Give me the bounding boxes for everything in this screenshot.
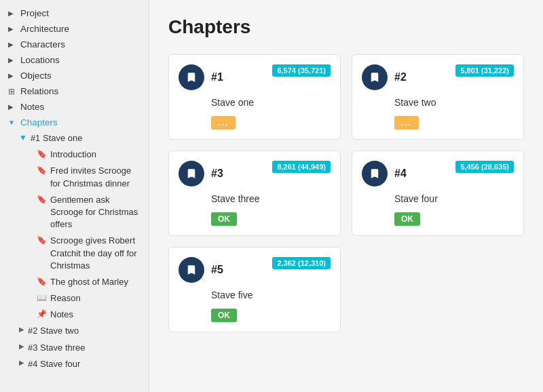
sidebar-item-label: Notes: [20, 102, 142, 112]
sidebar-item-label: Objects: [20, 71, 142, 81]
bookmark-icon-wrap: [179, 257, 204, 283]
main-content: Chapters #1 6,574 (35,721) Stave one ...: [149, 0, 543, 392]
status-button[interactable]: OK: [211, 309, 237, 322]
sidebar-item-notes[interactable]: ▶ Notes: [0, 99, 149, 115]
bookmark-icon: 🔖: [37, 195, 47, 204]
card-header: #4 5,456 (28,635): [362, 161, 514, 187]
sidebar-item-project[interactable]: ▶ Project: [0, 5, 149, 21]
card-header: #2 5,801 (31,222): [362, 64, 514, 90]
sidebar-item-label: Chapters: [20, 117, 142, 128]
sidebar-item-label: Relations: [20, 86, 142, 96]
card-title: Stave four: [362, 193, 514, 204]
notes-sub-label: Notes: [50, 309, 142, 321]
card-title: Stave two: [362, 97, 514, 108]
reason-label: Reason: [50, 292, 142, 305]
sidebar-item-locations[interactable]: ▶ Locations: [0, 52, 149, 68]
chevron-right-icon: ▶: [8, 41, 18, 48]
fred-invites-label: Fred invites Scrooge for Christmas dinne…: [50, 165, 142, 189]
status-button[interactable]: ...: [211, 116, 236, 130]
stave-four-label: #4 Stave four: [28, 358, 142, 370]
chapter-card-ch2[interactable]: #2 5,801 (31,222) Stave two ...: [352, 54, 524, 140]
sidebar-item-label: Project: [20, 8, 142, 18]
status-button[interactable]: OK: [394, 212, 420, 226]
card-badge: 2,362 (12,310): [272, 257, 331, 269]
sidebar-item-stave-one[interactable]: ▼ #1 Stave one: [19, 130, 149, 146]
card-left: #3: [179, 161, 223, 187]
introduction-label: Introduction: [50, 149, 142, 161]
sidebar-item-stave-three[interactable]: ▶ #3 Stave three: [19, 340, 149, 356]
sidebar-item-label: Characters: [20, 39, 142, 50]
bookmark-icon: [185, 71, 198, 83]
card-left: #1: [179, 64, 223, 90]
card-header: #5 2,362 (12,310): [179, 257, 331, 283]
chevron-right-icon: ▶: [8, 9, 18, 17]
sidebar-item-introduction[interactable]: 🔖 Introduction: [29, 146, 149, 163]
bookmark-icon: [185, 168, 198, 180]
card-badge: 8,261 (44,949): [272, 161, 331, 173]
chapters-grid: #1 6,574 (35,721) Stave one ... #2 5,801…: [168, 54, 524, 332]
chapter-card-ch4[interactable]: #4 5,456 (28,635) Stave four OK: [352, 151, 524, 236]
bookmark-icon-wrap: [362, 64, 388, 90]
card-footer: ...: [362, 116, 514, 130]
sidebar-item-ghost-marley[interactable]: 🔖 The ghost of Marley: [29, 274, 149, 290]
chevron-right-icon: ▶: [19, 359, 24, 366]
card-footer: ...: [179, 116, 331, 130]
sidebar-chapters-sub: ▼ #1 Stave one 🔖 Introduction 🔖 Fred inv…: [0, 130, 149, 372]
card-title: Stave three: [179, 193, 331, 204]
stave-two-label: #2 Stave two: [28, 325, 142, 337]
card-number: #2: [394, 71, 407, 83]
card-badge: 5,456 (28,635): [455, 161, 514, 173]
status-button[interactable]: OK: [211, 212, 237, 226]
ghost-marley-label: The ghost of Marley: [50, 276, 142, 288]
chevron-down-icon: ▼: [19, 133, 27, 142]
card-badge: 6,574 (35,721): [272, 64, 331, 77]
bookmark-icon-wrap: [179, 161, 204, 187]
card-title: Stave one: [179, 97, 331, 108]
chevron-right-icon: ▶: [8, 56, 18, 64]
card-left: #4: [362, 161, 407, 187]
chevron-right-icon: ▶: [8, 72, 18, 79]
sidebar-item-label: Architecture: [20, 24, 142, 34]
card-title: Stave five: [179, 290, 331, 300]
sidebar-item-gentlemen-ask[interactable]: 🔖 Gentlemen ask Scrooge for Christmas of…: [29, 192, 149, 233]
sidebar-item-label: Locations: [20, 55, 142, 65]
card-footer: OK: [179, 212, 331, 226]
bookmark-icon-wrap: [179, 64, 204, 90]
sidebar-item-relations[interactable]: ⊞ Relations: [0, 83, 149, 99]
chevron-right-icon: ▶: [19, 342, 24, 350]
card-number: #5: [211, 264, 223, 276]
stave-three-label: #3 Stave three: [28, 342, 142, 354]
card-header: #1 6,574 (35,721): [179, 64, 331, 90]
bookmark-icon-wrap: [362, 161, 388, 187]
sidebar-item-scrooge-gives[interactable]: 🔖 Scrooge gives Robert Cratchit the day …: [29, 233, 149, 274]
sidebar-item-notes-sub[interactable]: 📌 Notes: [29, 307, 149, 323]
chevron-right-icon: ▶: [8, 103, 18, 111]
chevron-right-icon: ▶: [19, 326, 24, 333]
stave-one-label: #1 Stave one: [31, 132, 142, 144]
chevron-right-icon: ▶: [8, 25, 18, 33]
chapter-card-ch1[interactable]: #1 6,574 (35,721) Stave one ...: [168, 54, 341, 140]
chevron-down-icon: ▼: [8, 119, 18, 126]
sidebar-item-reason[interactable]: 📖 Reason: [29, 290, 149, 307]
sidebar-item-chapters[interactable]: ▼ Chapters: [0, 115, 149, 130]
sidebar-item-objects[interactable]: ▶ Objects: [0, 68, 149, 83]
card-footer: OK: [362, 212, 514, 226]
card-footer: OK: [179, 309, 331, 322]
bookmark-icon: [185, 264, 198, 276]
sidebar-item-characters[interactable]: ▶ Characters: [0, 37, 149, 52]
chapter-card-ch5[interactable]: #5 2,362 (12,310) Stave five OK: [168, 247, 341, 332]
card-number: #1: [211, 71, 223, 83]
sidebar-item-stave-two[interactable]: ▶ #2 Stave two: [19, 323, 149, 339]
sidebar-item-architecture[interactable]: ▶ Architecture: [0, 21, 149, 37]
card-number: #4: [394, 168, 407, 180]
bookmark-icon: 🔖: [37, 277, 47, 286]
scrooge-gives-label: Scrooge gives Robert Cratchit the day of…: [50, 235, 142, 272]
status-button[interactable]: ...: [394, 116, 419, 130]
stave-one-children: 🔖 Introduction 🔖 Fred invites Scrooge fo…: [19, 146, 149, 323]
sidebar-item-stave-four[interactable]: ▶ #4 Stave four: [19, 356, 149, 372]
card-header: #3 8,261 (44,949): [179, 161, 331, 187]
chapter-card-ch3[interactable]: #3 8,261 (44,949) Stave three OK: [168, 151, 341, 236]
gentlemen-label: Gentlemen ask Scrooge for Christmas offe…: [50, 194, 142, 231]
page-title: Chapters: [168, 16, 524, 38]
sidebar-item-fred-invites[interactable]: 🔖 Fred invites Scrooge for Christmas din…: [29, 163, 149, 191]
